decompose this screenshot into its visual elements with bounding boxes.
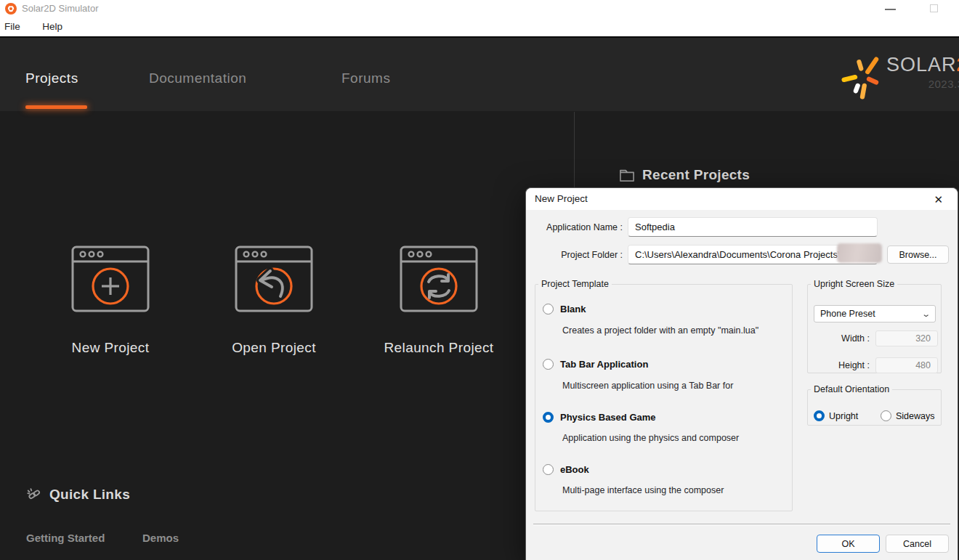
application-name-label: Application Name : xyxy=(526,222,623,232)
menu-help[interactable]: Help xyxy=(38,18,70,32)
dialog-separator xyxy=(533,524,950,525)
height-input xyxy=(875,357,938,373)
redaction-blur xyxy=(837,243,882,263)
dialog-title: New Project xyxy=(535,193,588,204)
open-project-label: Open Project xyxy=(209,340,339,356)
minimize-icon[interactable] xyxy=(885,9,896,10)
relaunch-project-label: Relaunch Project xyxy=(373,340,504,356)
radio-ebook-circle[interactable] xyxy=(543,464,554,475)
radio-sideways-circle[interactable] xyxy=(881,410,891,421)
logo-wordmark: SOLAR2D xyxy=(886,54,959,76)
orientation-group: Default Orientation Upright Sideways xyxy=(807,384,942,426)
os-titlebar: Solar2D Simulator xyxy=(0,0,959,18)
ok-button[interactable]: OK xyxy=(817,535,880,553)
menu-file[interactable]: File xyxy=(0,18,28,32)
close-icon[interactable]: ✕ xyxy=(929,192,947,208)
link-demos[interactable]: Demos xyxy=(142,532,179,544)
width-label: Width : xyxy=(830,333,870,344)
tab-bar-description: Multiscreen application using a Tab Bar … xyxy=(562,381,733,391)
recent-projects-heading: Recent Projects xyxy=(619,167,750,183)
radio-sideways[interactable]: Sideways xyxy=(881,410,935,421)
radio-tab-bar-application[interactable]: Tab Bar Application xyxy=(543,359,648,370)
solar2d-simulator-window: Solar2D Simulator File Help Projects Doc… xyxy=(0,0,959,560)
ebook-description: Multi-page interface using the composer xyxy=(562,485,724,495)
new-project-label: New Project xyxy=(45,340,176,356)
active-tab-underline xyxy=(25,105,87,109)
radio-tab-bar-circle[interactable] xyxy=(543,359,554,370)
tab-projects[interactable]: Projects xyxy=(25,70,78,86)
application-name-input[interactable] xyxy=(628,217,878,237)
orientation-legend: Default Orientation xyxy=(811,384,892,394)
quick-links-heading: Quick Links xyxy=(26,487,130,503)
blank-description: Creates a project folder with an empty "… xyxy=(562,325,758,336)
screen-size-legend: Upright Screen Size xyxy=(811,279,897,289)
link-getting-started[interactable]: Getting Started xyxy=(26,532,105,544)
open-project-card[interactable]: Open Project xyxy=(209,245,339,356)
screen-size-group: Upright Screen Size Phone Preset ⌄ Width… xyxy=(807,279,942,373)
cancel-button[interactable]: Cancel xyxy=(886,535,949,553)
project-folder-label: Project Folder : xyxy=(526,250,623,260)
version-label: 2023.3695 xyxy=(886,78,959,90)
relaunch-project-card[interactable]: Relaunch Project xyxy=(373,245,504,356)
radio-ebook[interactable]: eBook xyxy=(543,464,589,475)
physics-description: Application using the physics and compos… xyxy=(562,433,739,443)
dialog-titlebar: New Project ✕ xyxy=(526,188,958,210)
solar2d-app-icon xyxy=(5,3,17,15)
new-project-card[interactable]: New Project xyxy=(45,245,176,356)
window-title: Solar2D Simulator xyxy=(22,3,99,14)
browse-button[interactable]: Browse... xyxy=(887,245,949,264)
radio-physics-based-game[interactable]: Physics Based Game xyxy=(543,412,656,423)
tab-forums[interactable]: Forums xyxy=(341,70,390,86)
radio-blank[interactable]: Blank xyxy=(543,304,586,315)
radio-upright[interactable]: Upright xyxy=(814,410,858,421)
nav-band: Projects Documentation Forums SOLAR2 xyxy=(0,38,959,111)
new-project-dialog: New Project ✕ Application Name : Project… xyxy=(525,187,958,560)
preset-selected-value: Phone Preset xyxy=(820,309,875,319)
chevron-down-icon: ⌄ xyxy=(921,309,931,319)
width-input xyxy=(875,330,938,346)
preset-select[interactable]: Phone Preset ⌄ xyxy=(814,305,936,322)
project-template-legend: Project Template xyxy=(538,279,612,289)
chain-link-icon xyxy=(26,487,42,503)
maximize-icon[interactable] xyxy=(930,4,938,12)
solar2d-starburst-icon xyxy=(841,54,883,103)
radio-upright-circle[interactable] xyxy=(814,410,825,421)
folder-icon xyxy=(619,168,635,182)
radio-blank-circle[interactable] xyxy=(543,304,554,315)
relaunch-project-icon xyxy=(400,245,478,312)
tab-documentation[interactable]: Documentation xyxy=(149,70,246,86)
solar2d-logo: SOLAR2D 2023.3695 xyxy=(841,54,959,103)
menubar: File Help xyxy=(0,18,959,36)
height-label: Height : xyxy=(830,360,870,370)
new-project-icon xyxy=(71,245,150,312)
open-project-icon xyxy=(235,245,313,312)
project-template-group: Project Template Blank Creates a project… xyxy=(535,279,793,511)
radio-physics-circle[interactable] xyxy=(543,412,554,423)
